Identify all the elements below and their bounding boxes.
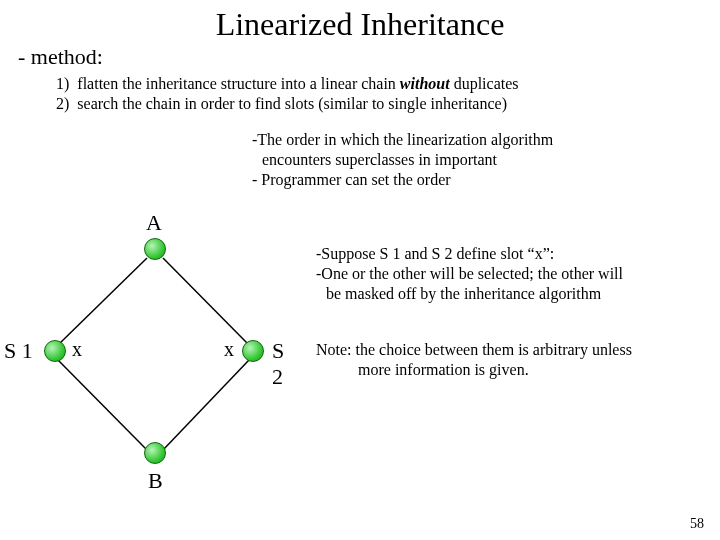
page-title: Linearized Inheritance [0,0,720,43]
label-x-right: x [224,338,234,361]
node-b [144,442,166,464]
svg-line-1 [163,258,249,345]
label-b: B [148,468,163,494]
svg-line-3 [163,360,249,450]
step-1: 1) flatten the inheritance structure int… [56,74,519,94]
step-1-pre: 1) flatten the inheritance structure int… [56,75,400,92]
note-order-l1: -The order in which the linearization al… [252,130,553,150]
label-x-left: x [72,338,82,361]
node-s1 [44,340,66,362]
note-choice: Note: the choice between them is arbitra… [316,340,632,380]
note-suppose-l2: -One or the other will be selected; the … [316,264,623,284]
svg-line-0 [58,258,147,345]
note-choice-l2: more information is given. [316,360,632,380]
note-suppose: -Suppose S 1 and S 2 define slot “x”: -O… [316,244,623,304]
node-a [144,238,166,260]
note-order: -The order in which the linearization al… [252,130,553,190]
step-2: 2) search the chain in order to find slo… [56,94,519,114]
method-steps: 1) flatten the inheritance structure int… [56,74,519,114]
step-1-post: duplicates [450,75,519,92]
method-heading: - method: [18,44,103,70]
label-s2: S 2 [272,338,300,390]
note-choice-l1: Note: the choice between them is arbitra… [316,340,632,360]
page-number: 58 [690,516,704,532]
node-s2 [242,340,264,362]
note-order-l2: encounters superclasses in important [252,150,553,170]
inheritance-diagram: A B S 1 S 2 x x [0,210,300,510]
svg-line-2 [58,360,147,450]
label-a: A [146,210,162,236]
note-suppose-l1: -Suppose S 1 and S 2 define slot “x”: [316,244,623,264]
note-order-l3: - Programmer can set the order [252,170,553,190]
note-suppose-l3: be masked off by the inheritance algorit… [316,284,623,304]
step-1-em: without [400,75,450,92]
label-s1: S 1 [4,338,33,364]
